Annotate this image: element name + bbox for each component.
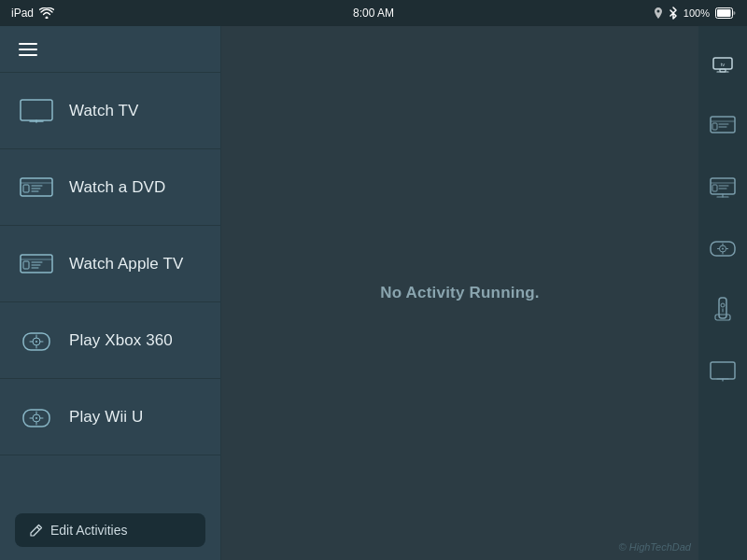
svg-rect-5 xyxy=(21,178,52,196)
watch-tv-label: Watch TV xyxy=(69,102,139,120)
hamburger-button[interactable] xyxy=(15,39,41,60)
status-bar: iPad 8:00 AM 100% xyxy=(0,0,747,26)
battery-icon xyxy=(715,7,736,19)
svg-point-19 xyxy=(35,341,37,343)
play-wii-label: Play Wii U xyxy=(69,408,143,427)
watermark: © HighTechDad xyxy=(619,541,691,553)
watch-dvd-icon xyxy=(19,175,54,201)
time-display: 8:00 AM xyxy=(353,7,394,20)
svg-rect-13 xyxy=(23,261,29,269)
location-icon xyxy=(654,7,663,19)
quickbar-item-dvd[interactable] xyxy=(702,95,743,155)
svg-point-50 xyxy=(722,248,724,250)
svg-point-57 xyxy=(721,303,725,307)
play-xbox-icon xyxy=(19,328,54,354)
quickbar-item-tv[interactable] xyxy=(702,342,743,401)
svg-rect-2 xyxy=(21,100,52,120)
edit-activities-button[interactable]: Edit Activities xyxy=(15,513,205,547)
svg-rect-38 xyxy=(712,123,717,130)
svg-text:tv: tv xyxy=(721,62,726,67)
app-container: Watch TV Watch a DVD xyxy=(0,26,747,560)
activity-item-watch-dvd[interactable]: Watch a DVD xyxy=(0,149,220,226)
svg-line-31 xyxy=(37,527,40,530)
svg-rect-11 xyxy=(21,255,52,273)
watch-appletv-label: Watch Apple TV xyxy=(69,255,183,273)
ipad-label: iPad xyxy=(11,7,34,20)
svg-rect-56 xyxy=(715,315,730,320)
no-activity-text: No Activity Running. xyxy=(380,284,540,302)
play-wii-icon xyxy=(19,404,54,430)
quickbar-item-appletv[interactable]: tv xyxy=(702,34,743,93)
status-bar-center: 8:00 AM xyxy=(353,7,394,20)
edit-activities-label: Edit Activities xyxy=(50,523,127,538)
watch-appletv-icon xyxy=(19,251,54,277)
activity-item-watch-tv[interactable]: Watch TV xyxy=(0,73,220,149)
svg-rect-43 xyxy=(712,185,717,191)
hamburger-line-3 xyxy=(19,54,37,56)
svg-rect-7 xyxy=(23,185,29,192)
status-bar-right: 100% xyxy=(654,7,736,20)
activity-item-watch-appletv[interactable]: Watch Apple TV xyxy=(0,226,220,302)
battery-percent: 100% xyxy=(684,7,710,19)
bluetooth-icon xyxy=(669,7,678,20)
watch-tv-icon xyxy=(19,98,54,124)
wifi-icon xyxy=(39,7,54,19)
activity-item-play-xbox[interactable]: Play Xbox 360 xyxy=(0,302,220,379)
hamburger-line-1 xyxy=(19,43,37,45)
status-bar-left: iPad xyxy=(11,7,54,20)
svg-point-26 xyxy=(35,417,37,419)
svg-rect-55 xyxy=(719,298,726,318)
sidebar: Watch TV Watch a DVD xyxy=(0,26,221,560)
play-xbox-label: Play Xbox 360 xyxy=(69,331,173,350)
quick-bar: tv xyxy=(698,26,747,560)
quickbar-item-box[interactable] xyxy=(702,157,743,217)
activity-list: Watch TV Watch a DVD xyxy=(0,73,220,500)
activity-item-play-wii[interactable]: Play Wii U xyxy=(0,379,220,455)
svg-rect-1 xyxy=(717,9,731,17)
watch-dvd-label: Watch a DVD xyxy=(69,178,165,197)
pencil-icon xyxy=(30,524,43,537)
quickbar-item-console[interactable] xyxy=(702,218,743,278)
hamburger-row xyxy=(0,26,220,73)
main-content: No Activity Running. xyxy=(221,26,698,560)
hamburger-line-2 xyxy=(19,49,37,50)
svg-rect-59 xyxy=(711,362,735,379)
quickbar-item-wii[interactable] xyxy=(702,280,743,340)
